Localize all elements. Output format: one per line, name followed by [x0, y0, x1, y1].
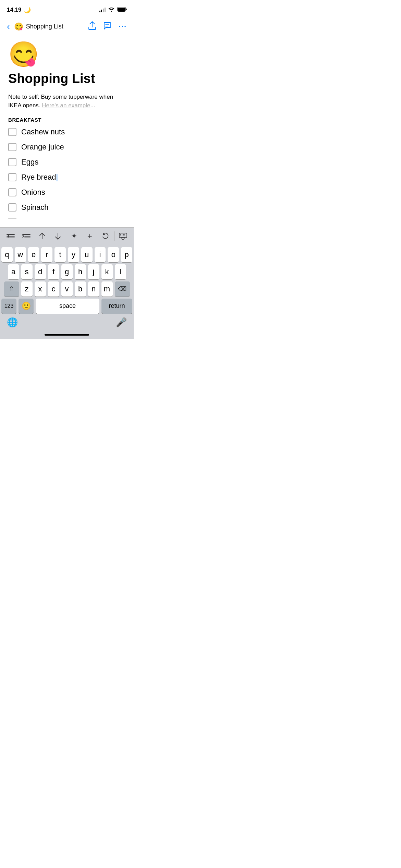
- item-label-spinach: Spinach: [21, 203, 49, 212]
- key-m[interactable]: m: [101, 281, 113, 297]
- key-j[interactable]: j: [88, 264, 99, 279]
- checkbox-onions[interactable]: [8, 188, 16, 196]
- key-numbers[interactable]: 123: [1, 299, 16, 314]
- status-bar: 14.19 🌙: [0, 0, 134, 17]
- key-t[interactable]: t: [54, 247, 66, 262]
- list-item: Eggs: [8, 158, 125, 167]
- key-y[interactable]: y: [68, 247, 79, 262]
- key-i[interactable]: i: [95, 247, 106, 262]
- list-item: Onions: [8, 188, 125, 197]
- key-w[interactable]: w: [15, 247, 26, 262]
- home-indicator-bar: [0, 331, 134, 339]
- key-p[interactable]: p: [121, 247, 132, 262]
- key-return[interactable]: return: [101, 299, 132, 314]
- microphone-icon[interactable]: 🎤: [116, 317, 127, 328]
- key-q[interactable]: q: [1, 247, 13, 262]
- wifi-icon: [108, 7, 114, 13]
- key-shift[interactable]: ⇧: [4, 281, 19, 297]
- toolbar-indent-increase[interactable]: [19, 230, 34, 243]
- toolbar-divider: [114, 231, 114, 241]
- key-delete[interactable]: ⌫: [115, 281, 130, 297]
- key-b[interactable]: b: [75, 281, 86, 297]
- time-display: 14.19: [7, 7, 22, 13]
- toolbar-hide-keyboard[interactable]: [115, 230, 131, 243]
- page-title: Shopping List: [8, 71, 125, 86]
- key-f[interactable]: f: [48, 264, 59, 279]
- key-n[interactable]: n: [88, 281, 99, 297]
- toolbar-move-down[interactable]: [50, 230, 66, 243]
- checkbox-rye[interactable]: [8, 173, 16, 181]
- nav-left: ‹ 😋 Shopping List: [5, 20, 63, 33]
- toolbar-move-up[interactable]: [34, 230, 50, 243]
- key-g[interactable]: g: [61, 264, 73, 279]
- key-s[interactable]: s: [21, 264, 33, 279]
- list-item-partial: [8, 218, 125, 219]
- keyboard-bottom-row: 123 🙂 space return: [0, 297, 134, 315]
- battery-icon: [117, 7, 127, 13]
- key-d[interactable]: d: [35, 264, 46, 279]
- checkbox-spinach[interactable]: [8, 203, 16, 212]
- key-emoji[interactable]: 🙂: [19, 299, 34, 314]
- more-button[interactable]: ···: [119, 22, 127, 31]
- section-header-breakfast: BREAKFAST: [8, 117, 125, 123]
- key-o[interactable]: o: [108, 247, 119, 262]
- signal-icon: [99, 8, 106, 12]
- nav-title: Shopping List: [26, 23, 63, 30]
- key-x[interactable]: x: [35, 281, 46, 297]
- item-label-onions: Onions: [21, 188, 45, 197]
- keyboard: q w e r t y u i o p a s d f g h j k l ⇧ …: [0, 245, 134, 339]
- partial-checkbox: [8, 218, 16, 219]
- toolbar-magic[interactable]: ✦: [66, 230, 82, 243]
- keyboard-toolbar: ✦ +: [0, 227, 134, 245]
- key-e[interactable]: e: [28, 247, 39, 262]
- keyboard-bottom-icons: 🌐 🎤: [0, 315, 134, 331]
- page-emoji: 😋: [8, 41, 125, 68]
- keyboard-row-2: a s d f g h j k l: [0, 262, 134, 279]
- note-link-suffix: ...: [90, 102, 95, 109]
- share-button[interactable]: [88, 21, 96, 32]
- list-item: Orange juice: [8, 143, 125, 152]
- list-item: Spinach: [8, 203, 125, 212]
- toolbar-indent-decrease[interactable]: [3, 230, 19, 243]
- moon-icon: 🌙: [24, 7, 31, 14]
- list-item: Cashew nuts: [8, 128, 125, 136]
- nav-right: ···: [88, 21, 127, 32]
- item-label-eggs: Eggs: [21, 158, 38, 167]
- nav-bar: ‹ 😋 Shopping List ···: [0, 17, 134, 37]
- toolbar-rotate[interactable]: [98, 230, 113, 243]
- key-h[interactable]: h: [75, 264, 86, 279]
- key-a[interactable]: a: [8, 264, 19, 279]
- page-note: Note to self: Buy some tupperware when I…: [8, 93, 125, 110]
- key-r[interactable]: r: [41, 247, 52, 262]
- key-z[interactable]: z: [21, 281, 33, 297]
- item-label-cashew: Cashew nuts: [21, 128, 65, 136]
- list-item: Rye bread: [8, 173, 125, 182]
- note-link[interactable]: Here's an example: [42, 102, 90, 109]
- status-time: 14.19 🌙: [7, 7, 31, 14]
- globe-icon[interactable]: 🌐: [7, 317, 18, 328]
- checkbox-cashew[interactable]: [8, 128, 16, 136]
- back-button[interactable]: ‹: [5, 20, 11, 33]
- status-icons: [99, 7, 127, 13]
- key-u[interactable]: u: [81, 247, 93, 262]
- keyboard-row-1: q w e r t y u i o p: [0, 245, 134, 262]
- checkbox-eggs[interactable]: [8, 158, 16, 166]
- home-indicator: [45, 334, 89, 336]
- page-content: 😋 Shopping List Note to self: Buy some t…: [0, 37, 134, 227]
- key-k[interactable]: k: [101, 264, 113, 279]
- key-l[interactable]: l: [115, 264, 126, 279]
- item-label-oj: Orange juice: [21, 143, 64, 152]
- key-c[interactable]: c: [48, 281, 59, 297]
- key-v[interactable]: v: [61, 281, 73, 297]
- key-space[interactable]: space: [36, 299, 99, 314]
- comment-button[interactable]: [104, 22, 111, 31]
- checkbox-oj[interactable]: [8, 143, 16, 151]
- keyboard-row-3: ⇧ z x c v b n m ⌫: [0, 279, 134, 297]
- svg-rect-1: [118, 8, 125, 11]
- item-label-rye: Rye bread: [21, 173, 58, 182]
- toolbar-add[interactable]: +: [82, 230, 98, 243]
- nav-emoji: 😋: [14, 22, 23, 31]
